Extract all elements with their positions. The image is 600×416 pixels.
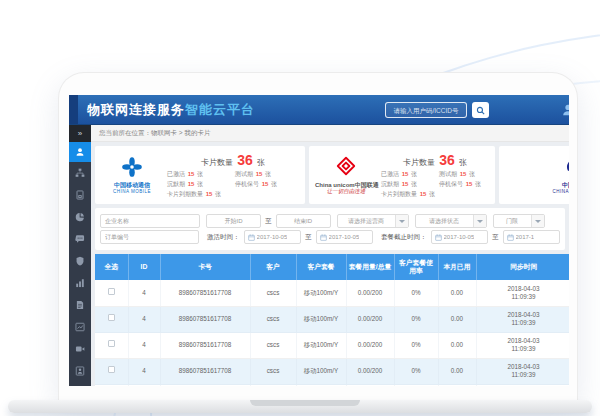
cell-usage-rate: 0% <box>394 280 438 306</box>
column-header: 同步时间 <box>476 254 569 280</box>
stat-item: 沉默期 15 张 <box>167 180 231 189</box>
card-count-line: 卡片数量 36 张 <box>167 152 299 168</box>
sidebar <box>69 142 91 386</box>
count-unit: 张 <box>257 158 265 167</box>
activate-time-label: 激活时间： <box>207 233 240 242</box>
column-header: 客户套餐 <box>296 254 346 280</box>
laptop-frame: 物联网连接服务智能云平台 » 您当前所在位置：物联网卡 > 我的卡片 <box>58 72 578 400</box>
sidebar-item-contact[interactable] <box>69 360 91 382</box>
cell-customer: cscs <box>250 280 296 306</box>
row-checkbox[interactable] <box>108 314 115 321</box>
china-unicom-logo-icon <box>335 163 357 180</box>
column-header: 客户套餐使用率 <box>394 254 438 280</box>
deadline-date-to[interactable]: 2017-1 <box>503 230 560 244</box>
column-header: 全选 <box>95 254 128 280</box>
carrier-select[interactable]: 请选择运营商 <box>337 214 409 228</box>
column-header: 套餐用量/总量 <box>346 254 394 280</box>
table-row[interactable]: 4 898607851617708 cscs 移动100m/Y 0.00/200… <box>95 332 569 358</box>
carrier-card-china-telecom: 中国电信 CHINA TELECOM <box>499 146 569 204</box>
sidebar-item-sim-card[interactable] <box>69 184 91 206</box>
row-select-cell <box>95 332 128 358</box>
cell-usage: 0.00/200 <box>346 384 394 386</box>
chevron-down-icon <box>531 215 544 227</box>
order-number-input[interactable] <box>100 230 199 244</box>
cell-id: 4 <box>128 280 160 306</box>
cell-sync-time: 2018-04-0311:09:39 <box>476 384 569 386</box>
logo-title: 中国电信 <box>543 182 569 189</box>
logo-title: 中国移动通信 <box>101 182 163 189</box>
filter-panel: 至 请选择运营商 请选择状态 门限 <box>95 208 565 250</box>
table-row[interactable]: 4 898607851617708 cscs 移动100m/Y 0.00/200… <box>95 384 569 386</box>
stat-item: 卡片到期数量 15 张 <box>381 190 435 199</box>
end-id-input[interactable] <box>276 214 331 228</box>
activate-date-to[interactable]: 2017-10-05 <box>316 230 373 244</box>
calendar-icon <box>248 234 255 241</box>
logo-slogan: 让一切自由连通 <box>315 188 377 194</box>
table-row[interactable]: 4 898607851617708 cscs 移动100m/Y 0.00/200… <box>95 280 569 306</box>
cell-id: 4 <box>128 306 160 332</box>
search-button[interactable] <box>472 102 489 118</box>
row-checkbox[interactable] <box>108 340 115 347</box>
row-select-cell <box>95 280 128 306</box>
row-select-cell <box>95 358 128 384</box>
row-checkbox[interactable] <box>108 288 115 295</box>
row-checkbox[interactable] <box>108 366 115 373</box>
main-content: 中国移动通信 CHINA MOBILE 卡片数量 36 张 已 <box>91 142 569 386</box>
calendar-icon <box>320 234 327 241</box>
cell-plan: 移动100m/Y <box>296 358 346 384</box>
sidebar-item-shield[interactable] <box>69 250 91 272</box>
carrier-card-china-unicom: China unicom中国联通 让一切自由连通 卡片数量 36 张 <box>309 146 495 204</box>
sidebar-item-org-chart[interactable] <box>69 162 91 184</box>
sidebar-collapse-toggle[interactable]: » <box>69 125 91 142</box>
card-stats: 卡片数量 36 张 已激活 15 张 测试期 15 张 沉默期 15 张 停机保… <box>163 152 299 199</box>
count-value: 36 <box>437 152 457 168</box>
filter-row-1: 至 请选择运营商 请选择状态 门限 <box>100 214 560 228</box>
sidebar-item-camera[interactable] <box>69 338 91 360</box>
cell-month-used: 0.00 <box>438 332 476 358</box>
user-icon <box>75 143 85 161</box>
cell-month-used: 0.00 <box>438 384 476 386</box>
app-window: 物联网连接服务智能云平台 » 您当前所在位置：物联网卡 > 我的卡片 <box>69 95 569 386</box>
user-icon[interactable] <box>561 103 569 117</box>
activate-date-from[interactable]: 2017-10-05 <box>244 230 301 244</box>
table-row[interactable]: 4 898607851617708 cscs 移动100m/Y 0.00/200… <box>95 358 569 384</box>
sidebar-item-pie-chart[interactable] <box>69 206 91 228</box>
sidebar-item-user[interactable] <box>69 142 91 162</box>
row-select-cell <box>95 306 128 332</box>
breadcrumb: 您当前所在位置：物联网卡 > 我的卡片 <box>91 125 569 142</box>
stat-item: 停机保号 15 张 <box>235 180 299 189</box>
company-name-input[interactable] <box>100 214 200 228</box>
calendar-icon <box>507 234 514 241</box>
sim-card-table: 全选ID卡号客户客户套餐套餐用量/总量客户套餐使用率本月已用同步时间 4 898… <box>95 254 569 386</box>
status-select[interactable]: 请选择状态 <box>415 214 487 228</box>
page-background: 物联网连接服务智能云平台 » 您当前所在位置：物联网卡 > 我的卡片 <box>0 0 600 416</box>
to-label: 至 <box>492 233 499 242</box>
sidebar-item-message[interactable] <box>69 228 91 250</box>
camera-icon <box>75 340 85 358</box>
org-chart-icon <box>75 164 85 182</box>
status-select-value: 请选择状态 <box>416 217 473 226</box>
document-icon <box>75 296 85 314</box>
row-select-cell <box>95 384 128 386</box>
deadline-date-from[interactable]: 2017-10-05 <box>431 230 488 244</box>
table-row[interactable]: 4 898607851617708 cscs 移动100m/Y 0.00/200… <box>95 306 569 332</box>
sidebar-item-bar-chart[interactable] <box>69 272 91 294</box>
carrier-cards-row: 中国移动通信 CHINA MOBILE 卡片数量 36 张 已 <box>95 146 565 204</box>
package-deadline-label: 套餐截止时间： <box>381 233 427 242</box>
count-label: 卡片数量 <box>403 158 435 167</box>
start-id-input[interactable] <box>206 214 261 228</box>
title-accent: 智能云平台 <box>185 102 255 117</box>
search-input[interactable] <box>385 102 467 118</box>
sidebar-item-document[interactable] <box>69 294 91 316</box>
cell-usage: 0.00/200 <box>346 306 394 332</box>
card-stats: 卡片数量 36 张 已激活 15 张 测试期 15 张 沉默期 15 张 停机保… <box>377 152 489 199</box>
sidebar-item-line-chart[interactable] <box>69 316 91 338</box>
cell-usage-rate: 0% <box>394 332 438 358</box>
column-header: 卡号 <box>160 254 250 280</box>
threshold-select[interactable]: 门限 <box>493 214 545 228</box>
laptop-base <box>8 400 592 413</box>
cell-customer: cscs <box>250 358 296 384</box>
cell-plan: 移动100m/Y <box>296 306 346 332</box>
chevron-down-icon <box>395 215 408 227</box>
cell-sync-time: 2018-04-0311:09:39 <box>476 358 569 384</box>
